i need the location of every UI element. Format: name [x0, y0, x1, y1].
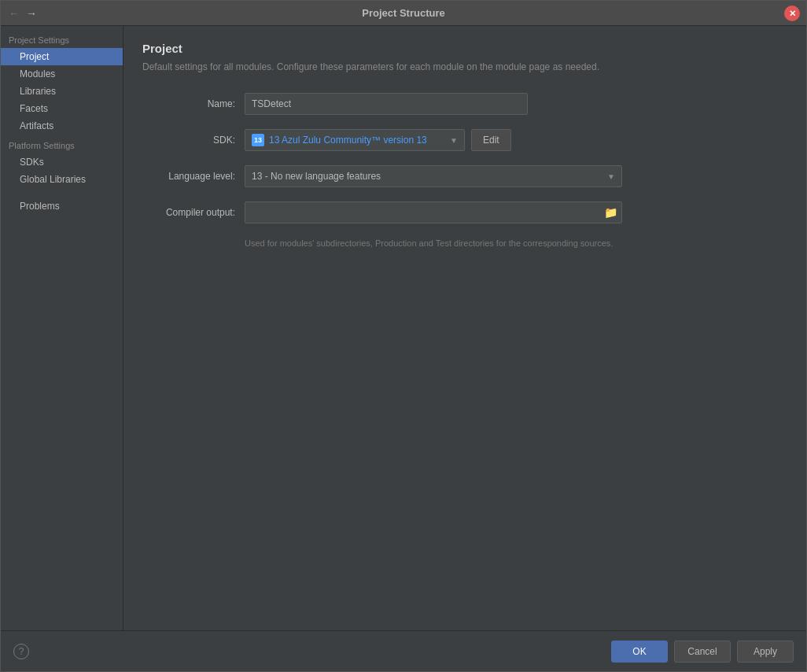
folder-icon[interactable]: 📁 — [604, 206, 617, 219]
compiler-output-input[interactable] — [245, 201, 622, 223]
content-area: Project Default settings for all modules… — [123, 26, 806, 630]
name-input[interactable] — [245, 93, 528, 115]
project-structure-dialog: ← → Project Structure ✕ Project Settings… — [0, 0, 807, 672]
language-dropdown[interactable]: 13 - No new language features ▼ — [245, 165, 622, 187]
ok-button[interactable]: OK — [611, 641, 668, 663]
sdk-dropdown-arrow-icon: ▼ — [450, 136, 458, 145]
compiler-input-wrapper: 📁 — [245, 201, 622, 223]
apply-button[interactable]: Apply — [737, 641, 794, 663]
sidebar: Project Settings Project Modules Librari… — [1, 26, 123, 630]
titlebar: ← → Project Structure ✕ — [1, 1, 806, 26]
language-label: Language level: — [142, 171, 245, 182]
section-description: Default settings for all modules. Config… — [142, 60, 787, 74]
footer-left: ? — [13, 644, 29, 659]
sidebar-item-modules[interactable]: Modules — [1, 65, 123, 83]
sidebar-item-artifacts[interactable]: Artifacts — [1, 117, 123, 135]
close-button[interactable]: ✕ — [784, 6, 800, 21]
edit-sdk-button[interactable]: Edit — [471, 129, 511, 151]
compiler-label: Compiler output: — [142, 207, 245, 218]
main-content: Project Settings Project Modules Librari… — [1, 26, 806, 630]
sdk-label: SDK: — [142, 135, 245, 146]
cancel-button[interactable]: Cancel — [674, 641, 731, 663]
sdk-icon: 13 — [252, 134, 264, 146]
forward-arrow[interactable]: → — [24, 7, 39, 20]
sidebar-item-facets[interactable]: Facets — [1, 100, 123, 117]
sidebar-item-global-libraries[interactable]: Global Libraries — [1, 171, 123, 188]
section-title: Project — [142, 42, 787, 55]
project-settings-section-label: Project Settings — [1, 29, 123, 48]
language-field-row: Language level: 13 - No new language fea… — [142, 165, 787, 187]
back-arrow[interactable]: ← — [7, 7, 21, 20]
sdk-field-row: SDK: 13 13 Azul Zulu Community™ version … — [142, 129, 787, 151]
name-label: Name: — [142, 98, 245, 109]
footer: ? OK Cancel Apply — [1, 630, 806, 671]
sdk-value: 13 Azul Zulu Community™ version 13 — [269, 135, 427, 146]
name-field-row: Name: — [142, 93, 787, 115]
sdk-dropdown[interactable]: 13 13 Azul Zulu Community™ version 13 ▼ — [245, 129, 465, 151]
sidebar-item-problems[interactable]: Problems — [1, 198, 123, 215]
help-button[interactable]: ? — [13, 644, 29, 659]
nav-arrows: ← → — [7, 7, 39, 20]
footer-buttons: OK Cancel Apply — [611, 641, 794, 663]
dialog-title: Project Structure — [362, 7, 444, 19]
sidebar-item-project[interactable]: Project — [1, 48, 123, 65]
compiler-hint: Used for modules' subdirectories, Produc… — [245, 238, 787, 249]
sidebar-item-sdks[interactable]: SDKs — [1, 153, 123, 171]
compiler-field-row: Compiler output: 📁 — [142, 201, 787, 223]
language-value: 13 - No new language features — [252, 171, 381, 182]
language-dropdown-arrow-icon: ▼ — [607, 172, 615, 181]
sidebar-item-libraries[interactable]: Libraries — [1, 83, 123, 100]
platform-settings-section-label: Platform Settings — [1, 135, 123, 153]
